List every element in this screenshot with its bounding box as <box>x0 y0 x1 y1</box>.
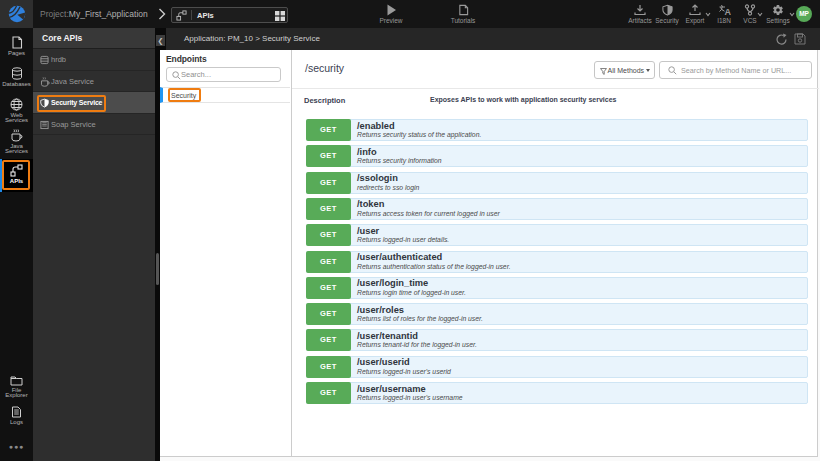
svg-text:A: A <box>724 7 730 16</box>
